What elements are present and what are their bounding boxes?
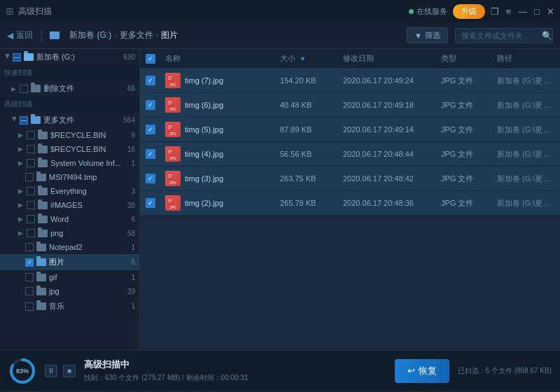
sidebar-item-pictures[interactable]: 图片 6 bbox=[0, 254, 139, 270]
sidebar-item-recycle1[interactable]: ▶ $RECYCLE.BIN 9 bbox=[0, 128, 139, 142]
sidebar-item-recycle2[interactable]: ▶ $RECYCLE.BIN 16 bbox=[0, 142, 139, 156]
sidebar-item-root[interactable]: ▶ 新加卷 (G:) 630 bbox=[0, 49, 139, 65]
header-checkbox[interactable] bbox=[146, 54, 155, 64]
section-quick-scan: 快速扫描 bbox=[0, 65, 139, 80]
sidebar-check-everything[interactable] bbox=[27, 187, 35, 195]
breadcrumb-pictures[interactable]: 图片 bbox=[161, 29, 178, 41]
sidebar-item-mages[interactable]: ▶ #MAGES 38 bbox=[0, 198, 139, 212]
restore-icon: ↩ bbox=[407, 365, 415, 376]
copy-window-icon[interactable]: ❐ bbox=[491, 6, 499, 17]
sidebar-check-sysvol[interactable] bbox=[27, 159, 35, 167]
maximize-icon[interactable]: □ bbox=[534, 6, 540, 17]
svg-rect-13 bbox=[168, 150, 172, 150]
sidebar-count-root: 630 bbox=[123, 53, 135, 61]
status-bar: 83% ⏸ ■ 高级扫描中 找到：630 个文件 (279.27 MB) / 剩… bbox=[0, 350, 560, 391]
upgrade-button[interactable]: 升级 bbox=[453, 4, 485, 19]
sidebar-check-word[interactable] bbox=[27, 215, 35, 223]
sidebar-label-deleted: 删除文件 bbox=[43, 83, 125, 94]
scan-controls: ⏸ ■ bbox=[45, 365, 76, 377]
sidebar-check-msi[interactable] bbox=[25, 173, 34, 181]
sidebar-check-mages[interactable] bbox=[27, 201, 35, 209]
file-name-3: timg (4).jpg bbox=[185, 150, 280, 158]
header-size[interactable]: 大小 ▼ bbox=[280, 53, 343, 64]
sidebar-check-more[interactable] bbox=[20, 116, 28, 125]
sidebar-item-deleted[interactable]: ▶ 删除文件 66 bbox=[0, 80, 139, 97]
row-checkbox-4[interactable] bbox=[146, 174, 155, 183]
search-input[interactable] bbox=[461, 31, 538, 40]
svg-rect-23 bbox=[168, 202, 171, 202]
table-row[interactable]: timg (3).jpg 263.75 KB 2020.06.17 20:48:… bbox=[140, 167, 560, 191]
row-check-col-3 bbox=[146, 149, 165, 159]
scan-info: 高级扫描中 找到：630 个文件 (279.27 MB) / 剩余时间：00:0… bbox=[84, 358, 386, 383]
file-path-0: 新加卷 (G:\更多文件... bbox=[497, 76, 554, 86]
sidebar-label-music: 音乐 bbox=[49, 301, 129, 312]
sidebar-check-pictures[interactable] bbox=[25, 258, 34, 267]
sidebar-check-png[interactable] bbox=[27, 229, 35, 237]
search-icon[interactable]: 🔍 bbox=[542, 31, 552, 41]
filter-button[interactable]: ▼ 筛选 bbox=[407, 27, 448, 43]
sidebar-check-music[interactable] bbox=[25, 302, 34, 311]
stop-button[interactable]: ■ bbox=[63, 365, 76, 377]
file-size-2: 87.89 KB bbox=[280, 125, 343, 134]
title-bar-left: ⊞ 高级扫描 bbox=[6, 6, 52, 18]
table-row[interactable]: timg (7).jpg 154.20 KB 2020.06.17 20:49:… bbox=[140, 69, 560, 93]
table-row[interactable]: timg (2).jpg 265.78 KB 2020.06.17 20:48:… bbox=[140, 191, 560, 216]
sidebar-check-recycle1[interactable] bbox=[27, 131, 35, 139]
sidebar-check-recycle2[interactable] bbox=[27, 145, 35, 153]
restore-button[interactable]: ↩ 恢复 bbox=[395, 359, 449, 383]
sidebar-check-gif[interactable] bbox=[25, 273, 34, 281]
breadcrumb-more[interactable]: 更多文件 bbox=[120, 29, 153, 41]
sidebar-item-msi[interactable]: MSI7f494.tmp bbox=[0, 170, 139, 184]
sidebar-item-jpg[interactable]: jpg 39 bbox=[0, 284, 139, 298]
pause-button[interactable]: ⏸ bbox=[45, 365, 57, 377]
row-checkbox-0[interactable] bbox=[146, 76, 155, 85]
expand-arrow-word: ▶ bbox=[18, 216, 25, 223]
row-checkbox-5[interactable] bbox=[146, 198, 155, 208]
sidebar-item-music[interactable]: 音乐 1 bbox=[0, 298, 139, 314]
menu-icon[interactable]: ≡ bbox=[506, 6, 512, 17]
sidebar-count-everything: 3 bbox=[131, 188, 135, 195]
sidebar-check-notepad[interactable] bbox=[25, 243, 34, 251]
sidebar-item-notepad[interactable]: Notepad2 1 bbox=[0, 240, 139, 254]
folder-icon-notepad bbox=[36, 244, 46, 251]
row-checkbox-2[interactable] bbox=[146, 125, 155, 134]
svg-rect-3 bbox=[168, 79, 171, 80]
sidebar-count-music: 1 bbox=[131, 302, 135, 310]
file-path-1: 新加卷 (G:\更多文件... bbox=[497, 100, 554, 111]
sidebar-check-root[interactable] bbox=[13, 53, 21, 62]
row-check-col-0 bbox=[146, 76, 165, 85]
file-name-1: timg (6).jpg bbox=[185, 101, 280, 109]
svg-rect-5 bbox=[168, 101, 172, 102]
sidebar-check-jpg[interactable] bbox=[25, 287, 34, 295]
breadcrumb: 新加卷 (G:) › 更多文件 › 图片 bbox=[69, 29, 400, 41]
row-checkbox-3[interactable] bbox=[146, 149, 155, 159]
table-row[interactable]: timg (4).jpg 56.56 KB 2020.06.17 20:48:4… bbox=[140, 142, 560, 167]
file-thumb-0 bbox=[165, 73, 181, 88]
row-checkbox-1[interactable] bbox=[146, 100, 155, 110]
file-path-2: 新加卷 (G:\更多文件... bbox=[497, 125, 554, 135]
sidebar-item-sysvol[interactable]: ▶ System Volume Inf... 1 bbox=[0, 156, 139, 170]
sidebar-count-mages: 38 bbox=[127, 202, 135, 209]
sidebar-item-everything[interactable]: ▶ Everything 3 bbox=[0, 184, 139, 198]
minimize-icon[interactable]: — bbox=[518, 6, 527, 17]
progress-text: 83% bbox=[16, 368, 29, 374]
filter-label: 筛选 bbox=[425, 30, 440, 41]
file-size-3: 56.56 KB bbox=[280, 150, 343, 158]
drive-folder-icon bbox=[50, 31, 59, 39]
breadcrumb-drive[interactable]: 新加卷 (G:) bbox=[69, 29, 111, 41]
sidebar-item-gif[interactable]: gif 1 bbox=[0, 270, 139, 284]
sidebar-item-word[interactable]: ▶ Word 6 bbox=[0, 212, 139, 226]
sidebar-item-png[interactable]: ▶ png 58 bbox=[0, 226, 139, 240]
close-icon[interactable]: ✕ bbox=[547, 6, 554, 17]
sidebar-label-sysvol: System Volume Inf... bbox=[50, 159, 129, 167]
table-row[interactable]: timg (5).jpg 87.89 KB 2020.06.17 20:49:1… bbox=[140, 118, 560, 142]
sidebar-item-more-files[interactable]: ▶ 更多文件 564 bbox=[0, 112, 139, 128]
expand-arrow-more: ▶ bbox=[11, 117, 18, 124]
back-button[interactable]: ◀ 返回 bbox=[7, 29, 33, 41]
row-check-col-5 bbox=[146, 198, 165, 208]
folder-icon-pictures bbox=[36, 258, 46, 266]
row-check-col-2 bbox=[146, 125, 165, 134]
sidebar-check-deleted[interactable] bbox=[20, 85, 28, 93]
table-row[interactable]: timg (6).jpg 40.48 KB 2020.06.17 20:49:1… bbox=[140, 93, 560, 118]
sidebar-count-png: 58 bbox=[127, 230, 135, 237]
